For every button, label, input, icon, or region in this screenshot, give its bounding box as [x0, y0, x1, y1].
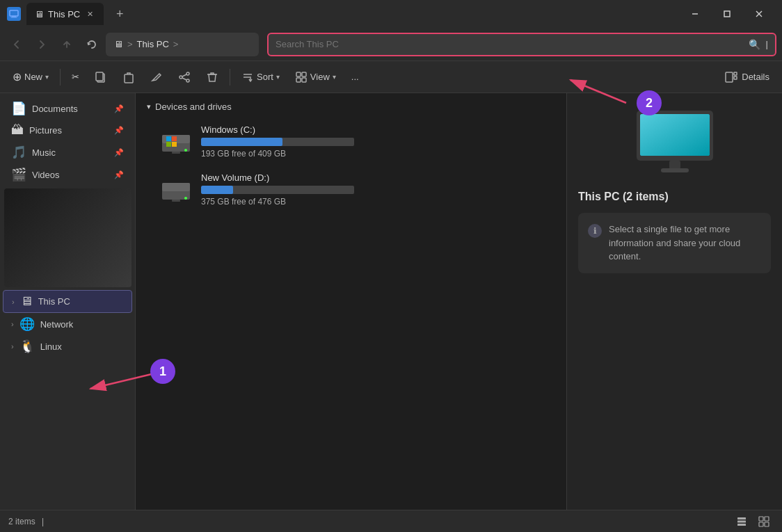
- rename-icon: [150, 71, 163, 83]
- network-icon: 🌐: [19, 316, 35, 332]
- tab-this-pc[interactable]: 🖥 This PC ✕: [26, 3, 104, 25]
- view-button[interactable]: View ▾: [288, 65, 343, 89]
- svg-point-36: [184, 197, 187, 200]
- sidebar-item-this-pc[interactable]: › 🖥 This PC: [3, 290, 132, 313]
- svg-rect-47: [765, 517, 769, 521]
- drive-name-d: New Volume (D:): [201, 172, 354, 183]
- svg-line-14: [182, 78, 186, 80]
- sidebar-item-pictures[interactable]: 🏔 Pictures 📌: [3, 120, 132, 141]
- sidebar-item-music[interactable]: 🎵 Music 📌: [3, 141, 132, 163]
- more-label: ...: [351, 72, 359, 82]
- new-tab-button[interactable]: +: [109, 3, 130, 24]
- delete-button[interactable]: [199, 65, 225, 89]
- cut-icon: ✂: [72, 72, 79, 82]
- svg-rect-23: [726, 72, 733, 82]
- drive-icon-c: [159, 128, 193, 156]
- svg-point-10: [186, 72, 189, 75]
- sort-button[interactable]: Sort ▾: [234, 65, 287, 89]
- cut-button[interactable]: ✂: [65, 65, 86, 89]
- svg-rect-4: [724, 11, 730, 17]
- chevron-icon-network: ›: [11, 320, 14, 328]
- view-chevron-icon: ▾: [333, 73, 336, 81]
- chevron-icon-linux: ›: [11, 342, 14, 350]
- address-path[interactable]: 🖥 > This PC >: [106, 33, 259, 56]
- svg-point-11: [186, 79, 189, 82]
- refresh-button[interactable]: [81, 33, 103, 56]
- sidebar-item-label-pictures: Pictures: [29, 125, 62, 136]
- tab-icon: 🖥: [35, 9, 44, 19]
- pin-icon-pictures: 📌: [114, 126, 124, 135]
- svg-rect-25: [734, 76, 737, 79]
- drive-item-d[interactable]: New Volume (D:) 375 GB free of 476 GB: [152, 167, 555, 212]
- drive-item-c[interactable]: Windows (C:) 193 GB free of 409 GB: [152, 119, 555, 164]
- rename-button[interactable]: [143, 65, 170, 89]
- back-button[interactable]: [6, 33, 28, 56]
- svg-line-13: [182, 74, 186, 76]
- drives-grid: Windows (C:) 193 GB free of 409 GB: [152, 119, 555, 212]
- maximize-button[interactable]: [711, 3, 743, 25]
- section-header-devices: ▾ Devices and drives: [147, 102, 555, 112]
- svg-rect-8: [96, 72, 103, 81]
- svg-rect-20: [302, 72, 306, 76]
- tab-close-button[interactable]: ✕: [84, 8, 95, 19]
- search-input[interactable]: [276, 39, 743, 49]
- share-icon: [178, 71, 191, 83]
- sidebar-thumbnail: [4, 188, 131, 287]
- up-button[interactable]: [56, 33, 78, 56]
- main-container: 📄 Documents 📌 🏔 Pictures 📌 🎵 Music 📌 🎬 V…: [0, 93, 782, 510]
- copy-button[interactable]: [88, 65, 114, 89]
- sidebar-item-linux[interactable]: › 🐧 Linux: [3, 335, 132, 357]
- svg-rect-28: [166, 136, 171, 141]
- documents-icon: 📄: [11, 101, 26, 116]
- new-button[interactable]: ⊕ New ▾: [6, 65, 56, 89]
- videos-icon: 🎬: [11, 167, 26, 182]
- section-label-devices: Devices and drives: [155, 102, 232, 112]
- sidebar-item-label-linux: Linux: [40, 341, 62, 352]
- svg-rect-1: [12, 16, 16, 17]
- list-view-button[interactable]: [732, 513, 751, 530]
- path-icon: 🖥: [114, 39, 123, 49]
- svg-rect-37: [172, 200, 180, 202]
- sidebar-item-videos[interactable]: 🎬 Videos 📌: [3, 163, 132, 186]
- pin-icon-music: 📌: [114, 148, 124, 157]
- svg-rect-49: [765, 522, 769, 526]
- path-separator2: >: [173, 39, 179, 49]
- close-button[interactable]: [743, 3, 775, 25]
- svg-rect-40: [640, 114, 710, 156]
- collapse-icon[interactable]: ▾: [147, 102, 151, 111]
- forward-button[interactable]: [31, 33, 53, 56]
- sort-icon: [241, 71, 254, 83]
- svg-rect-44: [737, 520, 746, 522]
- search-box[interactable]: 🔍 |: [267, 33, 776, 56]
- svg-rect-21: [296, 78, 301, 82]
- svg-point-12: [179, 76, 182, 79]
- drive-name-c: Windows (C:): [201, 124, 354, 135]
- status-count: 2 items |: [8, 517, 44, 526]
- details-button[interactable]: Details: [718, 65, 776, 89]
- share-button[interactable]: [171, 65, 198, 89]
- pin-icon-videos: 📌: [114, 170, 124, 179]
- sidebar-item-documents[interactable]: 📄 Documents 📌: [3, 97, 132, 120]
- pictures-icon: 🏔: [11, 123, 24, 138]
- chevron-icon-this-pc: ›: [12, 298, 15, 306]
- details-icon: [725, 71, 737, 83]
- search-icon[interactable]: 🔍: [749, 39, 760, 50]
- more-button[interactable]: ...: [344, 65, 366, 89]
- svg-rect-33: [172, 152, 180, 154]
- this-pc-icon: 🖥: [20, 294, 33, 309]
- path-label: This PC: [137, 39, 169, 49]
- grid-view-button[interactable]: [754, 513, 774, 530]
- svg-rect-0: [10, 10, 18, 16]
- delete-icon: [206, 71, 218, 83]
- paste-button[interactable]: [115, 65, 142, 89]
- details-label: Details: [742, 72, 769, 82]
- sidebar-item-label-documents: Documents: [32, 104, 78, 114]
- svg-rect-24: [734, 72, 737, 75]
- titlebar: 🖥 This PC ✕ +: [0, 0, 782, 28]
- copy-icon: [95, 71, 107, 83]
- sidebar-item-network[interactable]: › 🌐 Network: [3, 313, 132, 335]
- minimize-button[interactable]: [679, 3, 711, 25]
- status-separator: |: [42, 517, 44, 526]
- info-icon: ℹ: [588, 224, 602, 238]
- drive-bar-fill-c: [201, 138, 282, 146]
